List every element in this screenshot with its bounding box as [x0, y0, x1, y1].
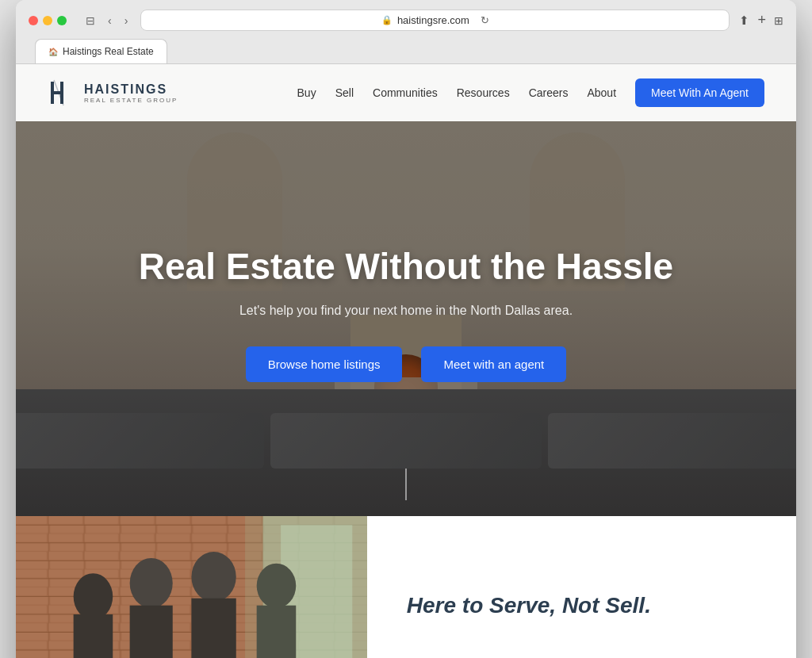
logo-icon [48, 78, 76, 107]
new-tab-icon[interactable]: + [757, 12, 766, 29]
svg-rect-19 [191, 599, 236, 658]
below-fold-section: Here to Serve, Not Sell. [16, 516, 796, 658]
forward-button[interactable]: › [121, 13, 132, 29]
lock-icon: 🔒 [381, 15, 393, 25]
nav-resources[interactable]: Resources [457, 86, 510, 99]
logo[interactable]: HAISTINGS REAL ESTATE GROUP [48, 78, 178, 107]
refresh-icon[interactable]: ↻ [481, 14, 489, 26]
nav-buy[interactable]: Buy [297, 86, 316, 99]
svg-rect-17 [130, 606, 173, 658]
sidebar-toggle-button[interactable]: ⊟ [82, 13, 98, 29]
close-button[interactable] [29, 16, 38, 25]
maximize-button[interactable] [57, 16, 67, 25]
url-text: haistingsre.com [397, 14, 469, 26]
nav-careers[interactable]: Careers [529, 86, 569, 99]
browse-listings-button[interactable]: Browse home listings [246, 346, 403, 382]
nav-communities[interactable]: Communities [373, 86, 438, 99]
address-bar[interactable]: 🔒 haistingsre.com ↻ [140, 10, 730, 31]
hero-title: Real Estate Without the Hassle [139, 246, 673, 288]
hero-content: Real Estate Without the Hassle Let's hel… [16, 64, 796, 516]
nav: HAISTINGS REAL ESTATE GROUP Buy Sell Com… [16, 64, 796, 121]
nav-about[interactable]: About [587, 86, 616, 99]
svg-rect-2 [51, 91, 63, 94]
svg-rect-15 [74, 614, 113, 658]
nav-sell[interactable]: Sell [335, 86, 354, 99]
nav-cta-button[interactable]: Meet With An Agent [635, 78, 764, 107]
browser-chrome: ⊟ ‹ › 🔒 haistingsre.com ↻ ⬆ + ⊞ 🏠 Haisti… [16, 0, 796, 64]
team-photo [16, 516, 367, 658]
logo-text: HAISTINGS REAL ESTATE GROUP [84, 82, 178, 104]
active-tab[interactable]: 🏠 Haistings Real Estate [35, 39, 167, 63]
navbar: HAISTINGS REAL ESTATE GROUP Buy Sell Com… [16, 64, 796, 112]
tab-title: Haistings Real Estate [63, 46, 154, 57]
tabs-icon[interactable]: ⊞ [774, 14, 783, 27]
svg-point-16 [130, 558, 173, 608]
hero-subtitle: Let's help you find your next home in th… [239, 304, 573, 318]
team-tagline: Here to Serve, Not Sell. [407, 593, 651, 618]
back-button[interactable]: ‹ [105, 13, 115, 29]
hero-section: HAISTINGS REAL ESTATE GROUP Buy Sell Com… [16, 64, 796, 516]
scroll-indicator [405, 469, 407, 500]
minimize-button[interactable] [43, 16, 52, 25]
meet-agent-button[interactable]: Meet with an agent [421, 346, 566, 382]
svg-rect-22 [245, 516, 367, 658]
website: HAISTINGS REAL ESTATE GROUP Buy Sell Com… [16, 64, 796, 658]
svg-point-18 [191, 552, 236, 602]
browser-controls: ⊟ ‹ › [82, 13, 131, 29]
logo-name: HAISTINGS [84, 82, 178, 97]
browser-actions: ⬆ + ⊞ [739, 12, 783, 29]
hero-buttons: Browse home listings Meet with an agent [246, 346, 566, 382]
browser-window: ⊟ ‹ › 🔒 haistingsre.com ↻ ⬆ + ⊞ 🏠 Haisti… [16, 0, 796, 658]
nav-links: Buy Sell Communities Resources Careers A… [297, 78, 764, 107]
traffic-lights [29, 16, 67, 25]
logo-subtitle: REAL ESTATE GROUP [84, 97, 178, 104]
share-icon[interactable]: ⬆ [739, 13, 749, 28]
svg-point-14 [74, 573, 113, 620]
tab-bar: 🏠 Haistings Real Estate [29, 39, 783, 63]
team-content: Here to Serve, Not Sell. [367, 516, 796, 658]
tab-favicon: 🏠 [48, 48, 58, 56]
